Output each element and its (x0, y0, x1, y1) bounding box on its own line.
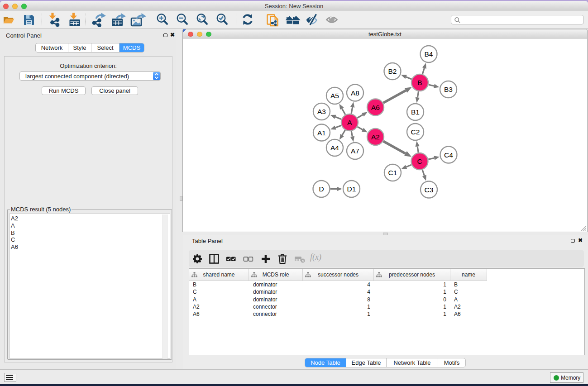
svg-text:B2: B2 (388, 67, 397, 75)
svg-text:A4: A4 (330, 144, 339, 152)
svg-text:C3: C3 (425, 186, 434, 194)
svg-text:C4: C4 (444, 151, 453, 159)
svg-text:B: B (417, 79, 422, 86)
svg-text:A1: A1 (317, 129, 326, 137)
svg-text:A5: A5 (330, 92, 339, 100)
svg-text:C: C (417, 157, 422, 165)
svg-text:D1: D1 (347, 185, 356, 193)
svg-text:A: A (347, 119, 352, 126)
svg-text:A6: A6 (371, 104, 380, 111)
svg-text:A8: A8 (351, 89, 359, 97)
svg-text:A3: A3 (317, 108, 326, 115)
svg-text:B4: B4 (425, 50, 433, 58)
svg-text:A2: A2 (371, 133, 380, 141)
svg-text:B1: B1 (411, 108, 420, 116)
svg-text:C1: C1 (388, 169, 397, 176)
svg-text:A7: A7 (351, 147, 359, 155)
svg-text:C2: C2 (411, 128, 420, 136)
svg-text:D: D (319, 185, 324, 193)
svg-text:B3: B3 (444, 86, 453, 93)
